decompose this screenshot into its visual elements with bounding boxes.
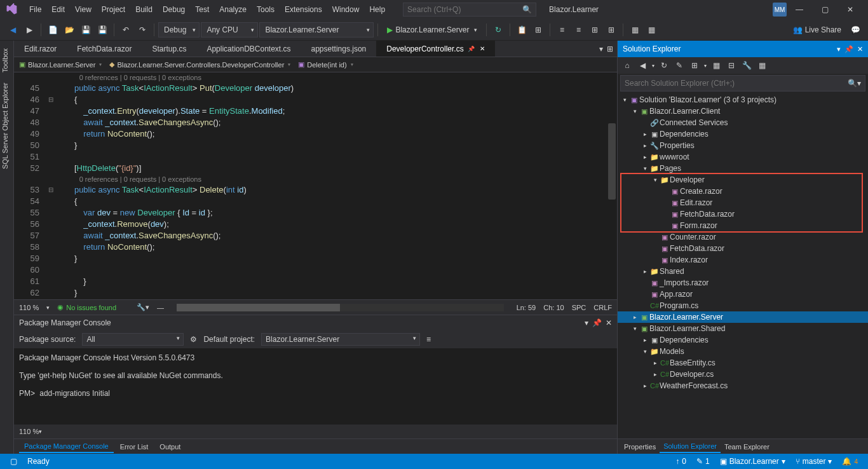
- se-sync-icon[interactable]: ↻: [658, 60, 670, 71]
- se-dropdown-icon[interactable]: ▾: [837, 45, 841, 53]
- bottom-tab[interactable]: Package Manager Console: [19, 440, 114, 453]
- se-search-input[interactable]: [625, 79, 848, 88]
- se-filter-icon[interactable]: ⊞: [689, 60, 700, 71]
- tool-icon-8[interactable]: ▦: [644, 22, 659, 37]
- tree-node[interactable]: ▸📁Shared: [618, 266, 868, 277]
- right-tab[interactable]: Team Explorer: [721, 441, 773, 452]
- indent-mode[interactable]: SPC: [572, 304, 587, 311]
- tree-node[interactable]: ▾▣Blazor.Learner.Shared: [618, 323, 868, 334]
- tool-icon-3[interactable]: ≡: [554, 22, 569, 37]
- file-tab[interactable]: Startup.cs: [142, 41, 196, 57]
- menu-build[interactable]: Build: [130, 0, 158, 19]
- bottom-tab[interactable]: Output: [154, 441, 186, 452]
- tree-node[interactable]: ▣FetchData.razor: [618, 208, 868, 220]
- status-square-icon[interactable]: ▢: [5, 457, 22, 466]
- file-tab[interactable]: DeveloperController.cs📌✕: [376, 41, 494, 57]
- breadcrumb-project[interactable]: ▣Blazor.Learner.Server: [19, 60, 102, 69]
- bottom-tab[interactable]: Error List: [115, 441, 154, 452]
- refresh-icon[interactable]: ↻: [491, 22, 506, 37]
- menu-window[interactable]: Window: [327, 0, 365, 19]
- redo-button[interactable]: ↷: [135, 22, 150, 37]
- status-branch[interactable]: ⑂ master ▾: [790, 457, 837, 466]
- menu-debug[interactable]: Debug: [158, 0, 190, 19]
- se-back-icon[interactable]: ◀: [637, 60, 648, 71]
- se-home-icon[interactable]: ⌂: [621, 60, 633, 71]
- save-button[interactable]: 💾: [78, 22, 93, 37]
- se-pin-icon[interactable]: 📌: [844, 45, 853, 53]
- se-collapse-icon[interactable]: ⊟: [726, 60, 737, 71]
- undo-button[interactable]: ↶: [118, 22, 133, 37]
- maximize-button[interactable]: ▢: [812, 0, 837, 19]
- tree-node[interactable]: ▸C#Developer.cs: [618, 369, 868, 380]
- menu-analyze[interactable]: Analyze: [214, 0, 252, 19]
- live-share-button[interactable]: 👥Live Share: [788, 25, 846, 34]
- startup-project-dropdown[interactable]: Blazor.Learner.Server: [259, 22, 374, 37]
- right-tab[interactable]: Solution Explorer: [660, 440, 721, 453]
- se-preview-icon[interactable]: ▦: [756, 60, 768, 71]
- tree-node[interactable]: ▸▣Dependencies: [618, 128, 868, 140]
- breadcrumb-method[interactable]: ▣Delete(int id): [298, 60, 353, 69]
- tool-icon-2[interactable]: ⊞: [531, 22, 546, 37]
- file-tab[interactable]: Edit.razor: [14, 41, 67, 57]
- zoom-level[interactable]: 110 %: [19, 304, 39, 311]
- tab-overflow-icon[interactable]: ▾: [599, 44, 603, 53]
- se-search-box[interactable]: 🔍▾: [620, 75, 865, 92]
- tree-node[interactable]: ▣Index.razor: [618, 254, 868, 266]
- tree-node[interactable]: ▣Create.razor: [618, 186, 868, 197]
- run-button[interactable]: ▶Blazor.Learner.Server ▾: [382, 22, 482, 37]
- platform-dropdown[interactable]: Any CPU: [201, 22, 258, 37]
- save-all-button[interactable]: 💾: [95, 22, 110, 37]
- file-tab[interactable]: FetchData.razor: [67, 41, 142, 57]
- new-project-button[interactable]: 📄: [45, 22, 60, 37]
- tool-icon-1[interactable]: 📋: [514, 22, 529, 37]
- tree-node[interactable]: ▾📁Models: [618, 346, 868, 357]
- tree-node[interactable]: ▸C#BaseEntity.cs: [618, 357, 868, 369]
- toolbox-tab[interactable]: Toolbox: [0, 43, 13, 78]
- tree-node[interactable]: ▾📁Developer: [618, 174, 868, 186]
- pmc-list-icon[interactable]: ≡: [426, 335, 431, 344]
- tree-node[interactable]: ▣FetchData.razor: [618, 243, 868, 254]
- se-pen-icon[interactable]: ✎: [674, 60, 685, 71]
- tree-node[interactable]: ▣Edit.razor: [618, 197, 868, 208]
- tree-node[interactable]: ▸📁wwwroot: [618, 151, 868, 163]
- user-avatar[interactable]: MM: [773, 3, 787, 17]
- line-ending[interactable]: CRLF: [593, 304, 612, 311]
- file-tab[interactable]: ApplicationDBContext.cs: [196, 41, 301, 57]
- right-tab[interactable]: Properties: [620, 441, 660, 452]
- tree-node[interactable]: ▾▣Solution 'Blazor.Learner' (3 of 3 proj…: [618, 94, 868, 105]
- pmc-terminal[interactable]: Package Manager Console Host Version 5.5…: [14, 348, 617, 425]
- horizontal-scrollbar[interactable]: [177, 304, 504, 311]
- sql-server-tab[interactable]: SQL Server Object Explorer: [0, 78, 13, 174]
- close-button[interactable]: ✕: [837, 0, 863, 19]
- se-close-icon[interactable]: ✕: [857, 45, 863, 53]
- status-errors[interactable]: ↑ 0: [670, 457, 691, 466]
- nav-back-button[interactable]: ◀: [5, 22, 20, 37]
- tool-menu-icon[interactable]: —: [157, 304, 164, 311]
- status-warnings[interactable]: ✎ 1: [691, 457, 715, 466]
- pmc-pin-icon[interactable]: 📌: [592, 318, 602, 327]
- menu-extensions[interactable]: Extensions: [280, 0, 327, 19]
- tool-icon-5[interactable]: ⊞: [587, 22, 602, 37]
- menu-help[interactable]: Help: [364, 0, 390, 19]
- tool-icon-6[interactable]: ⊞: [604, 22, 619, 37]
- tree-node[interactable]: ▸▣Blazor.Learner.Server: [618, 311, 868, 323]
- code-editor[interactable]: 454647484950515253545556575859606162 ⊟⊟ …: [14, 72, 617, 299]
- quick-search-input[interactable]: [407, 5, 522, 14]
- menu-edit[interactable]: Edit: [46, 0, 70, 19]
- issues-indicator[interactable]: ◉No issues found: [57, 303, 116, 311]
- tree-node[interactable]: ▣Form.razor: [618, 220, 868, 231]
- tree-node[interactable]: ▸▣Dependencies: [618, 334, 868, 346]
- status-notifications[interactable]: 🔔4: [837, 457, 863, 466]
- tree-node[interactable]: ▣App.razor: [618, 289, 868, 300]
- menu-test[interactable]: Test: [190, 0, 214, 19]
- se-props-icon[interactable]: 🔧: [741, 60, 752, 71]
- tab-menu-icon[interactable]: ⊞: [607, 44, 613, 53]
- menu-view[interactable]: View: [70, 0, 97, 19]
- status-project[interactable]: ▣ Blazor.Learner ▾: [715, 457, 790, 466]
- pmc-settings-icon[interactable]: ⚙: [190, 335, 197, 344]
- config-dropdown[interactable]: Debug: [158, 22, 200, 37]
- tree-node[interactable]: ▣Counter.razor: [618, 231, 868, 243]
- tree-node[interactable]: ▾📁Pages: [618, 163, 868, 174]
- quick-search-box[interactable]: 🔍: [403, 3, 536, 17]
- pmc-close-icon[interactable]: ✕: [606, 318, 612, 327]
